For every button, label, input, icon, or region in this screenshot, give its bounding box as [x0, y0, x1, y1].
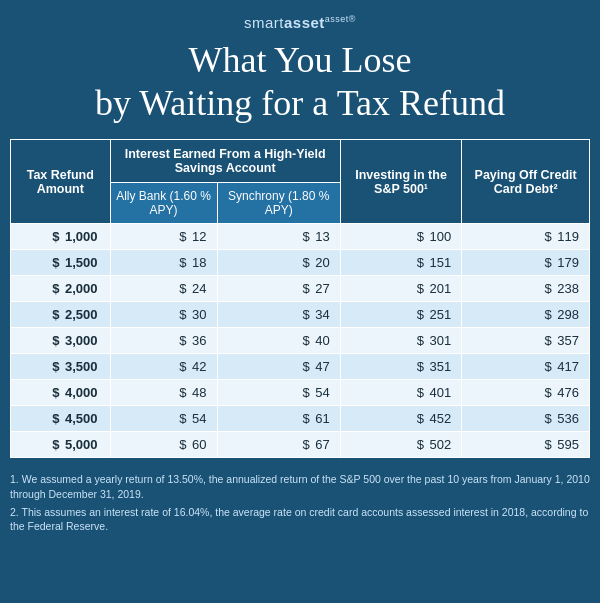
table-cell: $ 54 — [217, 380, 340, 406]
footnote-2: 2. This assumes an interest rate of 16.0… — [10, 505, 590, 534]
table-cell: $ 179 — [462, 250, 590, 276]
page-title: What You Lose by Waiting for a Tax Refun… — [20, 39, 580, 125]
table-row: $ 1,000$ 12$ 13$ 100$ 119 — [11, 224, 590, 250]
table-cell: $ 201 — [340, 276, 461, 302]
table-cell: $ 238 — [462, 276, 590, 302]
table-cell: $ 48 — [110, 380, 217, 406]
table-cell: $ 5,000 — [11, 432, 111, 458]
table-cell: $ 357 — [462, 328, 590, 354]
table-cell: $ 502 — [340, 432, 461, 458]
table-cell: $ 60 — [110, 432, 217, 458]
table-row: $ 1,500$ 18$ 20$ 151$ 179 — [11, 250, 590, 276]
table-row: $ 2,000$ 24$ 27$ 201$ 238 — [11, 276, 590, 302]
col-sp500: Investing in the S&P 500¹ — [340, 140, 461, 224]
table-cell: $ 54 — [110, 406, 217, 432]
table-cell: $ 3,500 — [11, 354, 111, 380]
data-table-container: Tax Refund Amount Interest Earned From a… — [0, 139, 600, 466]
logo: smartassetasset® — [20, 14, 580, 31]
table-cell: $ 452 — [340, 406, 461, 432]
table-cell: $ 47 — [217, 354, 340, 380]
table-cell: $ 401 — [340, 380, 461, 406]
table-cell: $ 24 — [110, 276, 217, 302]
logo-text: smartassetasset® — [244, 14, 356, 31]
table-body: $ 1,000$ 12$ 13$ 100$ 119$ 1,500$ 18$ 20… — [11, 224, 590, 458]
table-cell: $ 12 — [110, 224, 217, 250]
table-row: $ 3,500$ 42$ 47$ 351$ 417 — [11, 354, 590, 380]
table-cell: $ 119 — [462, 224, 590, 250]
table-cell: $ 595 — [462, 432, 590, 458]
table-cell: $ 40 — [217, 328, 340, 354]
table-cell: $ 30 — [110, 302, 217, 328]
table-header-row-1: Tax Refund Amount Interest Earned From a… — [11, 140, 590, 183]
table-cell: $ 1,000 — [11, 224, 111, 250]
table-cell: $ 417 — [462, 354, 590, 380]
comparison-table: Tax Refund Amount Interest Earned From a… — [10, 139, 590, 458]
footnotes-section: 1. We assumed a yearly return of 13.50%,… — [0, 466, 600, 545]
table-cell: $ 13 — [217, 224, 340, 250]
col-credit-card: Paying Off Credit Card Debt² — [462, 140, 590, 224]
table-cell: $ 42 — [110, 354, 217, 380]
table-cell: $ 1,500 — [11, 250, 111, 276]
col-interest-earned: Interest Earned From a High-Yield Saving… — [110, 140, 340, 183]
table-cell: $ 61 — [217, 406, 340, 432]
table-cell: $ 2,500 — [11, 302, 111, 328]
table-cell: $ 251 — [340, 302, 461, 328]
table-cell: $ 4,000 — [11, 380, 111, 406]
table-cell: $ 298 — [462, 302, 590, 328]
table-cell: $ 20 — [217, 250, 340, 276]
page-header: smartassetasset® What You Lose by Waitin… — [0, 0, 600, 139]
table-cell: $ 476 — [462, 380, 590, 406]
footnote-1: 1. We assumed a yearly return of 13.50%,… — [10, 472, 590, 501]
table-cell: $ 536 — [462, 406, 590, 432]
table-cell: $ 301 — [340, 328, 461, 354]
table-cell: $ 36 — [110, 328, 217, 354]
table-cell: $ 3,000 — [11, 328, 111, 354]
table-cell: $ 2,000 — [11, 276, 111, 302]
table-cell: $ 18 — [110, 250, 217, 276]
table-row: $ 5,000$ 60$ 67$ 502$ 595 — [11, 432, 590, 458]
table-cell: $ 151 — [340, 250, 461, 276]
table-row: $ 4,500$ 54$ 61$ 452$ 536 — [11, 406, 590, 432]
table-cell: $ 34 — [217, 302, 340, 328]
table-cell: $ 4,500 — [11, 406, 111, 432]
table-cell: $ 27 — [217, 276, 340, 302]
col-refund-amount: Tax Refund Amount — [11, 140, 111, 224]
table-row: $ 4,000$ 48$ 54$ 401$ 476 — [11, 380, 590, 406]
table-row: $ 3,000$ 36$ 40$ 301$ 357 — [11, 328, 590, 354]
table-row: $ 2,500$ 30$ 34$ 251$ 298 — [11, 302, 590, 328]
table-cell: $ 100 — [340, 224, 461, 250]
table-cell: $ 351 — [340, 354, 461, 380]
col-ally: Ally Bank (1.60 % APY) — [110, 183, 217, 224]
table-cell: $ 67 — [217, 432, 340, 458]
col-synchrony: Synchrony (1.80 % APY) — [217, 183, 340, 224]
